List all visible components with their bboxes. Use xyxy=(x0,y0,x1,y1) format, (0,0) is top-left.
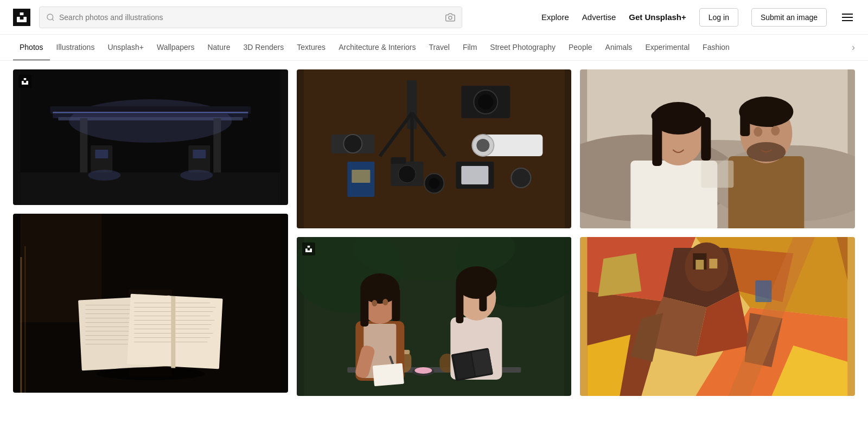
explore-link[interactable]: Explore xyxy=(541,12,569,22)
photo-column-3 xyxy=(580,69,855,439)
search-icon xyxy=(46,13,55,22)
photo-column-1 xyxy=(13,69,288,439)
submit-image-button[interactable]: Submit an image xyxy=(751,8,827,27)
category-3d-renders[interactable]: 3D Renders xyxy=(237,35,291,61)
photo-card-book[interactable] xyxy=(13,214,288,393)
search-bar xyxy=(39,7,462,28)
photo-card-couple[interactable] xyxy=(580,69,855,228)
category-textures[interactable]: Textures xyxy=(290,35,332,61)
photo-card-abstract-art[interactable] xyxy=(580,237,855,396)
get-unsplash-link[interactable]: Get Unsplash+ xyxy=(629,12,686,22)
category-nav: PhotosIllustrationsUnsplash+WallpapersNa… xyxy=(0,35,868,61)
unsplash-logo[interactable] xyxy=(13,9,30,26)
svg-point-1 xyxy=(449,16,452,19)
main-content xyxy=(0,61,868,448)
category-film[interactable]: Film xyxy=(456,35,483,61)
header: Explore Advertise Get Unsplash+ Log in S… xyxy=(0,0,868,35)
search-input[interactable] xyxy=(59,13,441,22)
category-nature[interactable]: Nature xyxy=(201,35,237,61)
svg-point-0 xyxy=(47,14,53,20)
hamburger-menu[interactable] xyxy=(840,11,855,23)
category-unsplash-plus[interactable]: Unsplash+ xyxy=(101,35,150,61)
photo-card-camera-gear[interactable] xyxy=(297,69,572,228)
category-photos[interactable]: Photos xyxy=(13,35,50,61)
category-scroll-right[interactable]: › xyxy=(852,42,855,53)
login-button[interactable]: Log in xyxy=(699,8,738,27)
category-street-photography[interactable]: Street Photography xyxy=(483,35,562,61)
category-architecture[interactable]: Architecture & Interiors xyxy=(332,35,422,61)
category-illustrations[interactable]: Illustrations xyxy=(50,35,101,61)
category-fashion[interactable]: Fashion xyxy=(696,35,736,61)
category-travel[interactable]: Travel xyxy=(423,35,456,61)
photo-grid xyxy=(13,69,855,439)
header-nav: Explore Advertise Get Unsplash+ Log in S… xyxy=(541,8,855,27)
advertise-link[interactable]: Advertise xyxy=(582,12,616,22)
category-experimental[interactable]: Experimental xyxy=(639,35,696,61)
photo-card-women-reading[interactable] xyxy=(297,237,572,396)
camera-icon[interactable] xyxy=(445,12,455,22)
photo-column-2 xyxy=(297,69,572,439)
category-animals[interactable]: Animals xyxy=(599,35,639,61)
category-wallpapers[interactable]: Wallpapers xyxy=(150,35,201,61)
category-people[interactable]: People xyxy=(562,35,599,61)
photo-card-gas-station[interactable] xyxy=(13,69,288,205)
